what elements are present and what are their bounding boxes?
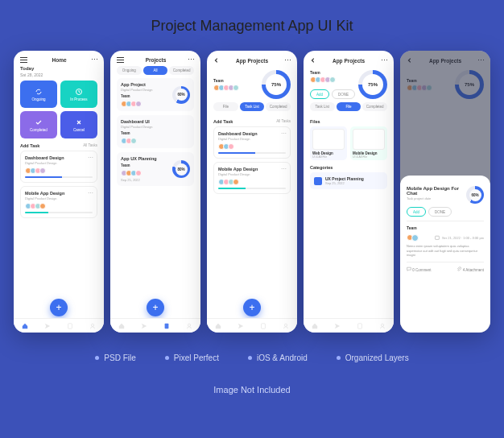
screen-app-projects-files: App Projects ⋯ Team Add DONE 75% Task Li…	[304, 51, 394, 333]
project-card[interactable]: App Project Digital Product Design Team …	[117, 78, 194, 111]
seg-file[interactable]: File	[213, 102, 238, 111]
screen-projects: Projects ⋯ Ongoing All Completed App Pro…	[110, 51, 200, 333]
seg-tasklist[interactable]: Task List	[310, 102, 335, 111]
task-more-icon[interactable]: ⋯	[281, 130, 286, 137]
category-icon	[314, 177, 322, 185]
feature-item: PSD File	[95, 353, 135, 362]
task-card[interactable]: ⋯ Dashboard Design Digital Product Desig…	[213, 126, 291, 159]
nav-send-icon[interactable]	[238, 323, 244, 329]
task-more-icon[interactable]: ⋯	[88, 190, 93, 196]
project-card[interactable]: Dashboard UI Digital Product Design Team	[117, 115, 194, 148]
comment-icon	[407, 267, 411, 271]
segmented: Ongoing All Completed	[110, 66, 200, 78]
svg-point-2	[91, 324, 93, 326]
chip-done[interactable]: DONE	[332, 89, 355, 99]
file-card[interactable]: Mobile Design UI & All File	[350, 126, 387, 160]
file-thumb	[312, 129, 345, 150]
nav-user-icon[interactable]	[283, 323, 289, 329]
features-row: PSD File Pixel Perfect iOS & Android Org…	[0, 353, 504, 362]
fab-add[interactable]: +	[147, 299, 164, 316]
phones-row: Home ⋯ Today Sat 28, 2022 Ongoing In Pro…	[0, 51, 504, 333]
project-card[interactable]: App UX Planning Team Sep 25, 2022 80%	[117, 152, 194, 186]
nav-doc-icon[interactable]	[260, 323, 266, 329]
screen-app-projects-tasks: App Projects ⋯ Team 75% File Task List C…	[207, 51, 297, 333]
status-cards: Ongoing In Process Completed Cancel	[14, 81, 104, 138]
svg-point-4	[188, 324, 190, 326]
svg-rect-1	[68, 323, 72, 328]
seg-tasklist[interactable]: Task List	[240, 102, 265, 111]
nav-home-icon[interactable]	[22, 323, 28, 329]
task-card[interactable]: ⋯ Dashboard Design Digital Product Desig…	[20, 151, 97, 183]
chip-add[interactable]: Add	[407, 207, 426, 217]
nav-home-icon[interactable]	[312, 323, 318, 329]
bottom-sheet: Mobile App Design For Chat Task project …	[400, 176, 490, 333]
not-included-note: Image Not Included	[0, 385, 504, 395]
clock-icon	[75, 88, 83, 96]
more-icon[interactable]: ⋯	[91, 58, 97, 62]
task-card[interactable]: ⋯ Mobile App Design Digital Product Desi…	[213, 162, 291, 194]
canvas: Project Management App UI Kit Home ⋯ Tod…	[0, 0, 504, 438]
avatars	[25, 167, 93, 174]
card-cancel[interactable]: Cancel	[60, 111, 97, 138]
nav-send-icon[interactable]	[44, 323, 51, 329]
nav-user-icon[interactable]	[379, 323, 386, 329]
more-icon[interactable]: ⋯	[188, 58, 194, 62]
nav-user-icon[interactable]	[186, 323, 192, 329]
card-completed[interactable]: Completed	[20, 111, 57, 138]
seg-completed[interactable]: Completed	[169, 66, 194, 75]
phone-header: Home ⋯	[14, 51, 104, 66]
nav-home-icon[interactable]	[118, 323, 125, 329]
nav-send-icon[interactable]	[141, 323, 147, 329]
today-date: Sat 28, 2022	[14, 72, 104, 81]
svg-point-8	[381, 324, 383, 326]
nav-home-icon[interactable]	[215, 323, 221, 329]
card-ongoing[interactable]: Ongoing	[20, 81, 57, 108]
comment-count: 0 Comment	[407, 267, 432, 272]
chip-done[interactable]: DONE	[428, 207, 452, 217]
screen-home: Home ⋯ Today Sat 28, 2022 Ongoing In Pro…	[14, 51, 104, 333]
nav-doc-icon[interactable]	[67, 323, 73, 329]
seg-all[interactable]: All	[143, 66, 168, 75]
seg-completed[interactable]: Completed	[266, 102, 291, 111]
back-icon[interactable]	[213, 57, 220, 64]
seg-completed[interactable]: Completed	[362, 102, 387, 111]
menu-icon[interactable]	[20, 57, 27, 63]
fab-add[interactable]: +	[243, 299, 261, 316]
files-heading: Files	[310, 119, 320, 124]
file-card[interactable]: Web Design UI & All File	[310, 126, 347, 160]
attach-icon	[456, 267, 461, 271]
nav-send-icon[interactable]	[334, 323, 341, 329]
task-more-icon[interactable]: ⋯	[88, 155, 93, 161]
category-item[interactable]: UX Project Planning Sep 25, 2022	[310, 172, 387, 189]
fab-add[interactable]: +	[50, 299, 68, 316]
all-tasks-link[interactable]: All Tasks	[83, 143, 97, 148]
bottom-nav	[14, 318, 104, 333]
x-icon	[75, 118, 83, 126]
nav-doc-icon[interactable]	[357, 323, 363, 329]
menu-icon[interactable]	[117, 57, 124, 63]
card-inprocess[interactable]: In Process	[60, 81, 97, 108]
svg-point-6	[284, 324, 287, 326]
back-icon[interactable]	[310, 57, 316, 64]
add-task-label: Add Task	[20, 143, 39, 148]
seg-file[interactable]: File	[337, 102, 361, 111]
categories-heading: Categories	[310, 165, 333, 170]
task-card[interactable]: ⋯ Mobile App Design Digital Product Desi…	[20, 186, 97, 218]
chip-add[interactable]: Add	[310, 89, 329, 99]
nav-doc-icon[interactable]	[163, 323, 170, 329]
header-title: Home	[52, 57, 66, 63]
feature-item: Pixel Perfect	[165, 353, 219, 362]
more-icon[interactable]: ⋯	[284, 59, 291, 63]
svg-rect-7	[358, 323, 362, 328]
sync-icon	[35, 88, 43, 96]
all-tasks-link[interactable]: All Tasks	[276, 119, 291, 124]
feature-item: iOS & Android	[248, 353, 308, 362]
seg-ongoing[interactable]: Ongoing	[117, 66, 142, 75]
task-more-icon[interactable]: ⋯	[281, 166, 286, 172]
page-title: Project Management App UI Kit	[0, 0, 504, 35]
more-icon[interactable]: ⋯	[381, 59, 387, 63]
svg-rect-5	[262, 323, 266, 328]
svg-rect-9	[436, 236, 440, 239]
screen-sheet: App Projects ⋯ Team 75% Mobile App Desig…	[400, 51, 490, 333]
nav-user-icon[interactable]	[89, 323, 96, 329]
